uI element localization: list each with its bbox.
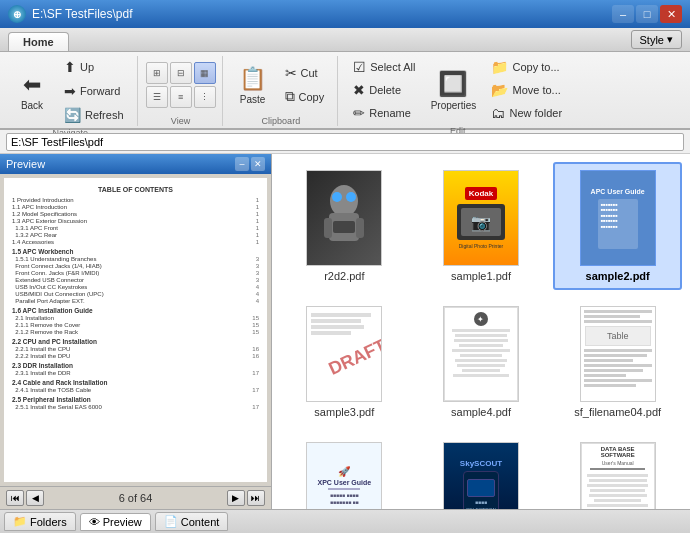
tab-preview[interactable]: 👁 Preview: [80, 513, 151, 531]
select-all-button[interactable]: ☑ Select All: [346, 56, 422, 78]
copy-move-col: 📁 Copy to... 📂 Move to... 🗂 New folder: [484, 56, 569, 124]
paste-button[interactable]: 📋 Paste: [231, 59, 275, 111]
doc-line: 1.1 APC Introduction1: [12, 204, 259, 210]
view-btn-6[interactable]: ⋮: [194, 86, 216, 108]
file-item-r2d2[interactable]: r2d2.pdf: [280, 162, 409, 290]
view-options: ⊞ ⊟ ▦ ☰ ≡ ⋮: [146, 62, 216, 108]
doc-line: Front Conn. Jacks (F&R I/MIDI)3: [12, 270, 259, 276]
refresh-button[interactable]: 🔄 Refresh: [57, 104, 131, 126]
paste-icon: 📋: [239, 66, 266, 92]
view-btn-2[interactable]: ⊟: [170, 62, 192, 84]
doc-line: 2.1.1 Remove the Cover15: [12, 322, 259, 328]
file-item-sample1[interactable]: Kodak 📷 Digital Photo Printer sample1.pd…: [417, 162, 546, 290]
close-button[interactable]: ✕: [660, 5, 682, 23]
thumb-shuttle: 🚀 XPC User Guide ■■■■■ ■■■■ ■■■■■■■ ■■ ■…: [307, 443, 381, 509]
doc-line: 1.3.2 APC Rear1: [12, 232, 259, 238]
ribbon-group-view: ⊞ ⊟ ▦ ☰ ≡ ⋮ View: [140, 56, 223, 126]
copy-button[interactable]: ⧉ Copy: [278, 85, 332, 108]
ribbon-group-clipboard: 📋 Paste ✂ Cut ⧉ Copy Clipboard: [225, 56, 339, 126]
ribbon: ⬅ Back ⬆ Up ➡ Forward 🔄 Refresh Navigate: [0, 52, 690, 130]
preview-pane: Preview – ✕ TABLE OF CONTENTS 1 Provided…: [0, 154, 272, 509]
window-title: E:\SF TestFiles\pdf: [32, 7, 612, 21]
file-thumbnail-ss59: DATA BASE SOFTWARE User's Manual: [580, 442, 656, 509]
view-buttons: ⊞ ⊟ ▦ ☰ ≡ ⋮: [146, 56, 216, 114]
move-to-button[interactable]: 📂 Move to...: [484, 79, 569, 101]
thumb-r2d2: [307, 171, 381, 265]
thumb-sample2: APC User Guide ■■■■■■■■■■■■■■■■■■■■■■■■■…: [581, 171, 655, 265]
prev-page-btn[interactable]: ◀: [26, 490, 44, 506]
doc-title: TABLE OF CONTENTS: [12, 186, 259, 193]
minimize-button[interactable]: –: [612, 5, 634, 23]
view-btn-5[interactable]: ≡: [170, 86, 192, 108]
doc-line: 2.3.1 Install the DDR17: [12, 370, 259, 376]
cut-button[interactable]: ✂ Cut: [278, 62, 332, 84]
style-button[interactable]: Style ▾: [631, 30, 682, 49]
folders-label: Folders: [30, 516, 67, 528]
delete-button[interactable]: ✖ Delete: [346, 79, 422, 101]
maximize-button[interactable]: □: [636, 5, 658, 23]
doc-section: 1.6 APC Installation Guide: [12, 307, 259, 314]
preview-close-btn[interactable]: ✕: [251, 157, 265, 171]
clipboard-label: Clipboard: [262, 116, 301, 126]
doc-line: 2.1 Installation15: [12, 315, 259, 321]
doc-line: 2.1.2 Remove the Rack15: [12, 329, 259, 335]
file-name-r2d2: r2d2.pdf: [324, 270, 364, 282]
forward-button[interactable]: ➡ Forward: [57, 80, 131, 102]
up-button[interactable]: ⬆ Up: [57, 56, 131, 78]
view-btn-4[interactable]: ☰: [146, 86, 168, 108]
next-page-btn[interactable]: ▶: [227, 490, 245, 506]
refresh-icon: 🔄: [64, 107, 81, 123]
app-icon: ⊕: [8, 5, 26, 23]
file-item-sample3[interactable]: DRAFT sample3.pdf: [280, 298, 409, 426]
file-item-sample2[interactable]: APC User Guide ■■■■■■■■■■■■■■■■■■■■■■■■■…: [553, 162, 682, 290]
rename-button[interactable]: ✏ Rename: [346, 102, 422, 124]
file-item-skyscout[interactable]: SkySCOUT ■■■■ CELESTRON skyscout.pdf: [417, 434, 546, 509]
doc-line: 1.2 Model Specifications1: [12, 211, 259, 217]
title-bar: ⊕ E:\SF TestFiles\pdf – □ ✕: [0, 0, 690, 28]
doc-line: 1.3 APC Exterior Discussion1: [12, 218, 259, 224]
file-item-sf[interactable]: Table sf_filename04.pdf: [553, 298, 682, 426]
file-name-sample2: sample2.pdf: [586, 270, 650, 282]
preview-tab-icon: 👁: [89, 516, 100, 528]
file-item-ss59[interactable]: DATA BASE SOFTWARE User's Manual ss59 ra…: [553, 434, 682, 509]
address-input[interactable]: [6, 133, 684, 151]
copy-icon: ⧉: [285, 88, 295, 105]
content-label: Content: [181, 516, 220, 528]
page-info: 6 of 64: [119, 492, 153, 504]
svg-rect-3: [356, 218, 364, 238]
first-page-btn[interactable]: ⏮: [6, 490, 24, 506]
rename-icon: ✏: [353, 105, 365, 121]
new-folder-button[interactable]: 🗂 New folder: [484, 102, 569, 124]
last-page-btn[interactable]: ⏭: [247, 490, 265, 506]
nav-buttons: ⏮ ◀: [6, 490, 44, 506]
file-item-sample4[interactable]: ✦ sample4.pdf: [417, 298, 546, 426]
view-btn-3[interactable]: ▦: [194, 62, 216, 84]
doc-line: 1.3.1 APC Front1: [12, 225, 259, 231]
tab-home[interactable]: Home: [8, 32, 69, 51]
svg-point-4: [332, 192, 342, 202]
thumb-sf: Table: [581, 307, 655, 401]
tab-content[interactable]: 📄 Content: [155, 512, 229, 531]
preview-content: TABLE OF CONTENTS 1 Provided Introductio…: [4, 178, 267, 482]
preview-minimize-btn[interactable]: –: [235, 157, 249, 171]
thumb-skyscout: SkySCOUT ■■■■ CELESTRON: [444, 443, 518, 509]
view-btn-1[interactable]: ⊞: [146, 62, 168, 84]
doc-line: 2.2.2 Install the DPU16: [12, 353, 259, 359]
tab-bar: Home Style ▾: [0, 28, 690, 52]
tab-folders[interactable]: 📁 Folders: [4, 512, 76, 531]
cut-copy-col: ✂ Cut ⧉ Copy: [278, 62, 332, 108]
view-row-1: ⊞ ⊟ ▦: [146, 62, 216, 84]
thumb-sample3: DRAFT: [307, 307, 381, 401]
preview-tab-label: Preview: [103, 516, 142, 528]
properties-button[interactable]: 🔲 Properties: [425, 64, 481, 116]
back-button[interactable]: ⬅ Back: [10, 65, 54, 117]
file-thumbnail-sample1: Kodak 📷 Digital Photo Printer: [443, 170, 519, 266]
copy-to-button[interactable]: 📁 Copy to...: [484, 56, 569, 78]
file-name-sample1: sample1.pdf: [451, 270, 511, 282]
file-thumbnail-shuttle: 🚀 XPC User Guide ■■■■■ ■■■■ ■■■■■■■ ■■ ■…: [306, 442, 382, 509]
window-controls: – □ ✕: [612, 5, 682, 23]
thumb-kodak: Kodak 📷 Digital Photo Printer: [444, 171, 518, 265]
file-item-shuttle[interactable]: 🚀 XPC User Guide ■■■■■ ■■■■ ■■■■■■■ ■■ ■…: [280, 434, 409, 509]
move-to-icon: 📂: [491, 82, 508, 98]
doc-line: 2.4.1 Install the TOSB Cable17: [12, 387, 259, 393]
